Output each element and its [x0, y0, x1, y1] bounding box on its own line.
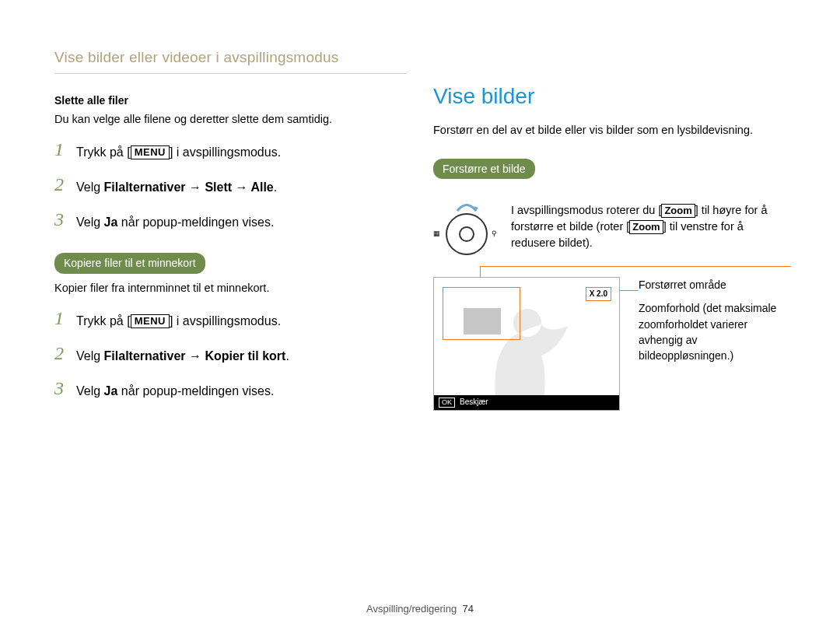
step-text: .	[285, 349, 289, 363]
zoom-text: I avspillingsmodus roterer du [Zoom] til…	[511, 202, 786, 255]
step-text: .	[274, 180, 277, 194]
step-1: Trykk på [MENU] i avspillingsmodus.	[54, 140, 407, 161]
zoom-instruction: ▦ ⚲ I avspillingsmodus roterer du [Zoom]…	[433, 202, 786, 255]
preview-action-bar: OK Beskjær	[434, 395, 619, 410]
enlarge-heading-pill: Forstørre et bilde	[433, 159, 535, 179]
step-bold: Filalternativer → Kopier til kort	[104, 349, 286, 363]
delete-all-heading: Slette alle filer	[54, 93, 407, 108]
step-text: Velg	[76, 215, 104, 229]
zoom-key-label: Zoom	[629, 220, 663, 234]
focus-thumbnail	[464, 308, 501, 335]
step-bold: Ja	[104, 384, 118, 398]
callout-enlarged-area: Forstørret område	[639, 277, 786, 292]
rotate-arrow-icon	[455, 202, 478, 212]
dial-right-icon: ⚲	[492, 230, 497, 237]
copy-text: Kopier filer fra internminnet til et min…	[54, 280, 407, 296]
step-bold: Ja	[104, 215, 118, 229]
steps-copy: Trykk på [MENU] i avspillingsmodus. Velg…	[54, 309, 407, 401]
callout-zoom-ratio: Zoomforhold (det maksimale zoomforholdet…	[639, 300, 786, 363]
delete-all-text: Du kan velge alle filene og deretter sle…	[54, 111, 407, 128]
zoom-key-label: Zoom	[661, 204, 695, 218]
zoom-ratio-badge: X 2.0	[586, 287, 611, 302]
ok-label: OK	[439, 398, 455, 408]
footer-section: Avspilling/redigering	[366, 603, 457, 615]
step-text: ] i avspillingsmodus.	[170, 314, 281, 328]
intro-text: Forstørr en del av et bilde eller vis bi…	[433, 122, 786, 138]
step-text: Velg	[76, 180, 104, 194]
step-text: Velg	[76, 349, 104, 363]
leader-line	[480, 266, 791, 267]
menu-button-label: MENU	[131, 145, 170, 159]
leader-line	[480, 266, 481, 277]
focus-rectangle	[443, 287, 520, 340]
step-text: når popup-meldingen vises.	[117, 384, 274, 398]
step-text: Trykk på [	[76, 314, 131, 328]
step-text: når popup-meldingen vises.	[117, 215, 274, 229]
step-bold: Filalternativer → Slett → Alle	[104, 180, 274, 194]
crop-label: Beskjær	[460, 397, 488, 408]
step-1: Trykk på [MENU] i avspillingsmodus.	[54, 309, 407, 330]
head-rule	[54, 73, 407, 74]
step-text: Trykk på [	[76, 145, 131, 159]
step-2: Velg Filalternativer → Kopier til kort.	[54, 344, 407, 365]
page-footer: Avspilling/redigering 74	[0, 602, 840, 617]
step-3: Velg Ja når popup-meldingen vises.	[54, 379, 407, 400]
running-head: Vise bilder eller videoer i avspillingsm…	[54, 47, 407, 68]
copy-heading-pill: Kopiere filer til et minnekort	[54, 253, 205, 273]
zoom-dial-icon: ▦ ⚲	[446, 213, 488, 255]
step-text: Velg	[76, 384, 104, 398]
menu-button-label: MENU	[131, 314, 170, 328]
dial-left-icon: ▦	[433, 230, 440, 237]
steps-delete: Trykk på [MENU] i avspillingsmodus. Velg…	[54, 140, 407, 232]
section-title: Vise bilder	[433, 81, 786, 113]
leader-line	[619, 290, 638, 291]
step-text: ] i avspillingsmodus.	[170, 145, 281, 159]
page-number: 74	[462, 603, 473, 615]
step-2: Velg Filalternativer → Slett → Alle.	[54, 175, 407, 196]
image-preview: X 2.0 OK Beskjær	[433, 277, 620, 411]
step-3: Velg Ja når popup-meldingen vises.	[54, 210, 407, 231]
